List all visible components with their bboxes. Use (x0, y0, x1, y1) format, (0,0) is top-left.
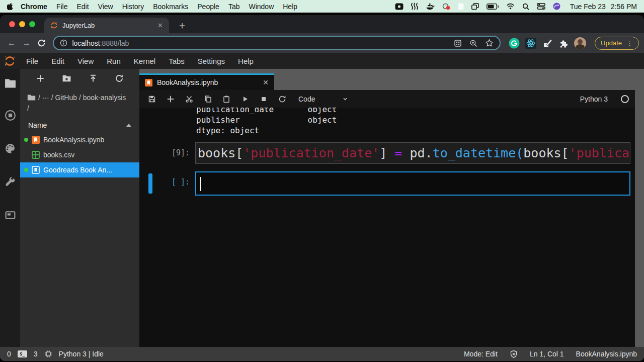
kernel-status-icon[interactable] (621, 95, 629, 103)
upload-icon[interactable] (89, 74, 98, 83)
code-cell[interactable]: [9]: books['publication_date'] = pd.to_d… (139, 142, 635, 164)
camera-app-icon[interactable] (395, 3, 404, 10)
zoom-window-button[interactable] (29, 21, 35, 27)
back-icon[interactable]: ← (5, 38, 18, 48)
code-editor[interactable]: books['publication_date'] = pd.to_dateti… (195, 142, 630, 164)
wifi-icon[interactable] (506, 3, 515, 10)
update-button[interactable]: Update ⋮ (595, 37, 639, 50)
windows-copy-icon[interactable] (471, 3, 479, 10)
extensions-puzzle-icon[interactable] (558, 38, 569, 48)
reload-icon[interactable] (35, 39, 48, 47)
trust-shield-icon (510, 350, 518, 358)
jlab-menu-run[interactable]: Run (100, 57, 127, 65)
cut-cells-button[interactable] (180, 90, 198, 108)
running-sessions-icon[interactable] (5, 110, 16, 121)
screen-record-icon[interactable] (442, 3, 450, 10)
profile-avatar[interactable] (574, 37, 586, 49)
save-button[interactable] (142, 90, 161, 108)
macos-menu-edit[interactable]: Edit (72, 3, 93, 11)
forward-icon[interactable]: → (20, 38, 33, 48)
jlab-menu-help[interactable]: Help (231, 57, 260, 65)
cell-type-dropdown[interactable]: Code (298, 95, 349, 103)
notebook-tab[interactable]: BookAnalysis.ipynb ✕ (139, 73, 274, 90)
jlab-menu-file[interactable]: File (20, 57, 45, 65)
macos-menu-window[interactable]: Window (244, 3, 278, 11)
file-row[interactable]: BookAnalysis.ipynb (20, 132, 139, 147)
close-window-button[interactable] (9, 21, 15, 27)
minimize-window-button[interactable] (19, 21, 25, 27)
command-palette-icon[interactable] (5, 143, 16, 154)
macos-menu-bookmarks[interactable]: Bookmarks (148, 3, 193, 11)
name-column-header[interactable]: Name (28, 121, 47, 129)
annotate-extension-icon[interactable] (542, 38, 553, 49)
file-row-selected[interactable]: Goodreads Book An... (20, 162, 139, 177)
kernel-status-text[interactable]: Python 3 | Idle (59, 350, 104, 358)
jlab-menu-kernel[interactable]: Kernel (127, 57, 162, 65)
macos-menu-help[interactable]: Help (278, 3, 302, 11)
run-cell-button[interactable] (235, 90, 254, 108)
macos-menu-history[interactable]: History (118, 3, 149, 11)
menubar-date[interactable]: Tue Feb 23 (570, 3, 606, 11)
react-devtools-icon[interactable] (525, 38, 536, 49)
new-tab-button[interactable]: ＋ (177, 20, 187, 30)
new-launcher-icon[interactable] (36, 74, 45, 83)
overlay-app-icon[interactable] (458, 3, 464, 10)
site-info-icon[interactable] (60, 39, 67, 47)
macos-menu-people[interactable]: People (193, 3, 224, 11)
zoom-page-icon[interactable] (469, 39, 477, 47)
address-bar[interactable]: localhost:8888/lab (53, 36, 501, 50)
statusbar-filename[interactable]: BookAnalysis.ipynb (576, 350, 637, 358)
chrome-menu-kebab-icon[interactable]: ⋮ (626, 39, 633, 47)
kernel-name[interactable]: Python 3 (580, 95, 608, 103)
file-list-header[interactable]: Name (20, 118, 139, 132)
open-tabs-icon[interactable] (5, 209, 16, 221)
jupyterlab-statusbar: 0 $_ 3 Python 3 | Idle Mode: Edit Ln 1, … (0, 347, 644, 361)
interrupt-kernel-button[interactable] (254, 90, 273, 108)
steam-icon[interactable] (411, 3, 418, 10)
control-center-icon[interactable] (537, 3, 545, 10)
cell-collapser[interactable] (148, 173, 152, 194)
refresh-file-list-icon[interactable] (115, 74, 124, 83)
notebook-tab-close-icon[interactable]: ✕ (263, 78, 269, 86)
notebook-content[interactable]: publication_date object publisher object… (139, 108, 635, 347)
browser-tab[interactable]: JupyterLab ✕ (44, 18, 169, 33)
active-app-name[interactable]: Chrome (21, 3, 47, 11)
property-inspector-wrench-icon[interactable] (5, 176, 16, 188)
active-code-editor[interactable] (195, 171, 630, 196)
cell-output-text: publication_date object publisher object… (196, 108, 635, 136)
restart-kernel-button[interactable] (273, 90, 291, 108)
tab-close-icon[interactable]: ✕ (157, 22, 163, 29)
sort-ascending-icon[interactable] (126, 124, 131, 127)
jlab-menu-settings[interactable]: Settings (191, 57, 231, 65)
jlab-menu-edit[interactable]: Edit (45, 57, 71, 65)
breadcrumb[interactable]: / ··· / GitHub / book-analysis / (20, 88, 133, 115)
menubar-time[interactable]: 2:56 PM (611, 3, 637, 11)
main-dock-panel: BookAnalysis.ipynb ✕ Code (139, 69, 644, 347)
cursor-position[interactable]: Ln 1, Col 1 (530, 350, 564, 358)
breadcrumb-folder-icon[interactable] (27, 94, 36, 101)
docker-icon[interactable] (426, 3, 435, 10)
breadcrumb-path[interactable]: / ··· / GitHub / book-analysis / (27, 94, 126, 112)
add-cell-button[interactable] (161, 90, 180, 108)
apple-icon[interactable] (7, 3, 14, 10)
tab-groups-icon[interactable] (454, 39, 462, 47)
bookmark-star-icon[interactable] (485, 39, 494, 47)
new-folder-icon[interactable] (62, 74, 71, 83)
macos-menu-view[interactable]: View (94, 3, 118, 11)
assistant-icon[interactable] (553, 3, 560, 10)
jlab-menu-tabs[interactable]: Tabs (162, 57, 191, 65)
battery-icon[interactable] (487, 4, 499, 10)
file-row[interactable]: books.csv (20, 147, 139, 162)
copy-cells-button[interactable] (198, 90, 217, 108)
kernel-sessions-count[interactable]: 3 (34, 350, 38, 358)
notebook-mode[interactable]: Mode: Edit (464, 350, 498, 358)
paste-cells-button[interactable] (217, 90, 235, 108)
terminals-count[interactable]: 0 (7, 350, 11, 358)
macos-menu-tab[interactable]: Tab (224, 3, 245, 11)
jlab-menu-view[interactable]: View (71, 57, 100, 65)
file-browser-icon[interactable] (5, 78, 16, 88)
active-code-cell[interactable]: [ ]: (139, 171, 635, 196)
spotlight-search-icon[interactable] (522, 3, 529, 10)
grammarly-extension-icon[interactable] (509, 38, 520, 49)
macos-menu-file[interactable]: File (52, 3, 72, 11)
